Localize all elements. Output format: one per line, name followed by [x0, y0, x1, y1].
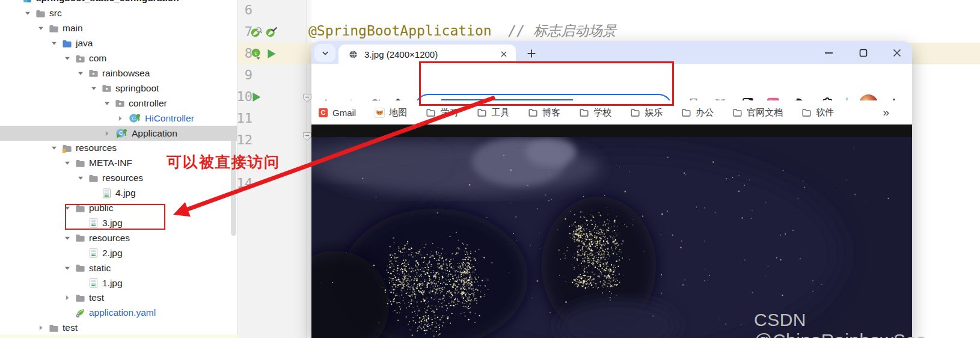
tree-item-label: static	[89, 263, 111, 274]
minimize-button[interactable]	[822, 46, 836, 60]
chevron-down-icon[interactable]	[63, 159, 72, 167]
chevron-down-icon[interactable]	[63, 264, 72, 272]
fold-marker-icon[interactable]	[302, 132, 312, 141]
folder-icon	[48, 322, 60, 334]
image-icon	[88, 247, 99, 259]
tree-item-main[interactable]: main	[0, 21, 237, 36]
bookmark-label: 学习	[440, 107, 458, 118]
close-button[interactable]	[890, 46, 904, 60]
fold-marker-icon[interactable]	[302, 93, 312, 103]
window-controls	[822, 44, 904, 62]
bookmark-folder[interactable]: 办公	[681, 107, 714, 118]
annotation-box-public-folder	[65, 204, 165, 230]
chevron-down-icon[interactable]	[90, 84, 98, 93]
module-icon	[22, 0, 33, 4]
bookmark-label: 工具	[491, 107, 509, 118]
svg-text:C: C	[321, 109, 326, 116]
maximize-button[interactable]	[857, 46, 870, 60]
bookmark-folder[interactable]: 软件	[801, 107, 834, 118]
chevron-down-icon[interactable]	[50, 144, 58, 152]
spring-check-icon[interactable]	[265, 26, 278, 38]
gutter-icons-line-7	[250, 21, 278, 43]
folder-icon	[88, 173, 99, 184]
tree-item-java[interactable]: java	[0, 36, 237, 51]
chevron-right-icon[interactable]	[103, 129, 111, 138]
folder-java-icon	[61, 38, 73, 49]
run-icon[interactable]	[265, 48, 278, 60]
chevron-down-icon[interactable]	[50, 39, 58, 48]
bookmark-folder[interactable]: 官网文档	[732, 107, 783, 118]
svg-text:c: c	[254, 49, 257, 56]
chevron-placeholder	[63, 309, 72, 317]
tree-item-test[interactable]: test	[0, 321, 237, 336]
tree-item-resources[interactable]: resources	[0, 171, 237, 186]
chevron-down-icon[interactable]	[76, 69, 85, 78]
tree-item-1-jpg[interactable]: 1.jpg	[0, 275, 237, 290]
class-key-icon: C	[127, 112, 142, 124]
class-run-key-icon: C	[114, 128, 129, 139]
folder-icon	[48, 23, 60, 34]
tree-item-application-yaml[interactable]: application.yaml	[0, 306, 237, 321]
tree-item-label: test	[63, 322, 78, 333]
tab-search-button[interactable]	[314, 44, 335, 62]
tree-item-springboot-static-configuration[interactable]: springboot_static_configuration	[0, 0, 237, 6]
spring-search-icon[interactable]	[250, 26, 263, 38]
bookmark-label: 娱乐	[645, 107, 663, 118]
tree-item-rainbowsea[interactable]: rainbowsea	[0, 66, 237, 81]
spring-bean-icon[interactable]: c	[250, 48, 263, 60]
bookmark-gmail[interactable]: CGmail	[317, 107, 356, 118]
bookmark-folder[interactable]: 娱乐	[629, 107, 663, 118]
code-line-7: @SpringBootApplication // 标志启动场景	[308, 20, 616, 41]
image-icon	[101, 188, 112, 199]
tree-item-static[interactable]: static	[0, 260, 237, 275]
folder-resources-icon	[61, 143, 73, 154]
tree-item-test[interactable]: test	[0, 290, 237, 306]
bookmark-label: 学校	[593, 107, 611, 118]
bookmark-label: 办公	[696, 107, 714, 118]
bookmark-folder[interactable]: 博客	[527, 107, 560, 118]
spring-boot-annotation: @SpringBootApplication	[308, 23, 492, 38]
chevron-placeholder	[90, 189, 98, 197]
folder-icon	[681, 107, 692, 118]
tree-item-com[interactable]: com	[0, 51, 237, 66]
folder-icon	[578, 107, 590, 118]
bookmark-folder[interactable]: 学习	[425, 107, 458, 118]
chevron-down-icon[interactable]	[37, 24, 45, 32]
chevron-right-icon[interactable]	[37, 324, 45, 332]
chevron-down-icon[interactable]	[23, 9, 32, 17]
chevron-down-icon[interactable]	[63, 234, 72, 242]
chevron-placeholder	[76, 279, 85, 287]
chevron-right-icon[interactable]	[116, 114, 124, 123]
chevron-down-icon[interactable]	[63, 54, 72, 63]
svg-text:C: C	[132, 115, 136, 121]
globe-icon	[348, 49, 358, 60]
tab-close-icon[interactable]	[499, 49, 509, 59]
tree-item-label: resources	[102, 173, 143, 183]
tree-item-2-jpg[interactable]: 2.jpg	[0, 245, 237, 260]
folder-icon	[75, 292, 86, 304]
tree-item-src[interactable]: src	[0, 6, 237, 21]
bookmark-folder[interactable]: 工具	[476, 107, 509, 118]
bookmark-folder[interactable]: 学校	[578, 107, 611, 118]
tree-item-label: 1.jpg	[102, 278, 123, 289]
tree-item-4-jpg[interactable]: 4.jpg	[0, 186, 237, 201]
tree-item-resources[interactable]: resources	[0, 230, 237, 245]
chevron-right-icon[interactable]	[63, 293, 72, 302]
bookmark-地图[interactable]: 地图	[374, 107, 407, 118]
code-comment: // 标志启动场景	[508, 23, 616, 38]
run-icon[interactable]	[250, 91, 263, 103]
chevron-down-icon[interactable]	[103, 99, 111, 108]
chevron-down-icon[interactable]	[76, 174, 85, 182]
new-tab-button[interactable]	[523, 45, 540, 62]
tree-item-springboot[interactable]: springboot	[0, 81, 237, 96]
folder-icon	[527, 107, 539, 118]
bookmark-label: 博客	[542, 107, 560, 118]
tree-item-controller[interactable]: controller	[0, 96, 237, 111]
tree-item-label: springboot	[115, 83, 159, 94]
chevron-down-icon[interactable]	[10, 0, 19, 2]
bookmarks-overflow-button[interactable]: »	[883, 100, 889, 124]
plus-icon	[525, 47, 538, 60]
tree-item-hicontroller[interactable]: CHiController	[0, 111, 237, 126]
package-icon	[114, 97, 126, 109]
tree-item-application[interactable]: CApplication	[0, 126, 237, 141]
